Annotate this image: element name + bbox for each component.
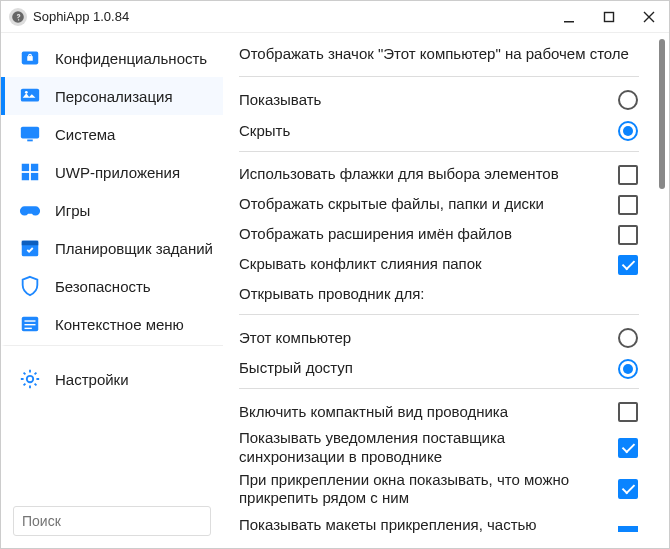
checkbox[interactable]	[617, 401, 639, 423]
checkbox[interactable]	[617, 194, 639, 216]
svg-point-19	[27, 376, 33, 382]
svg-rect-12	[31, 173, 38, 180]
sidebar-item-games[interactable]: Игры	[1, 191, 223, 229]
option-row[interactable]: При прикреплении окна показывать, что мо…	[239, 469, 639, 511]
sidebar-item-label: Игры	[55, 202, 90, 219]
checkbox[interactable]	[617, 164, 639, 186]
sidebar-item-label: Настройки	[55, 371, 129, 388]
option-row[interactable]: Отображать расширения имён файлов	[239, 220, 639, 250]
checkbox[interactable]	[617, 437, 639, 459]
minimize-button[interactable]	[549, 1, 589, 33]
option-row[interactable]: Использовать флажки для выбора элементов	[239, 160, 639, 190]
option-row[interactable]: Быстрый доступ	[239, 353, 639, 384]
option-row[interactable]: Показывать	[239, 85, 639, 116]
search-input[interactable]	[13, 506, 211, 536]
svg-rect-0	[564, 21, 574, 23]
system-icon	[19, 123, 41, 145]
sidebar-item-label: Персонализация	[55, 88, 173, 105]
games-icon	[19, 199, 41, 221]
close-button[interactable]	[629, 1, 669, 33]
separator	[239, 388, 639, 389]
svg-rect-16	[25, 320, 36, 321]
option-label: Скрыть	[239, 118, 617, 145]
svg-rect-1	[605, 12, 614, 21]
radio-button[interactable]	[617, 120, 639, 142]
personalize-icon	[19, 85, 41, 107]
sidebar-item-label: Контекстное меню	[55, 316, 184, 333]
sidebar-item-label: Система	[55, 126, 115, 143]
radio-button[interactable]	[617, 327, 639, 349]
svg-rect-18	[25, 328, 32, 329]
option-label: Быстрый доступ	[239, 355, 617, 382]
checkbox[interactable]	[617, 254, 639, 276]
scheduler-icon	[19, 237, 41, 259]
option-row[interactable]: Этот компьютер	[239, 323, 639, 354]
radio-button[interactable]	[617, 358, 639, 380]
settings-icon	[19, 368, 41, 390]
window-controls	[549, 1, 669, 33]
option-label: Отображать скрытые файлы, папки и диски	[239, 195, 617, 214]
option-row[interactable]: Скрывать конфликт слияния папок	[239, 250, 639, 280]
option-label: Этот компьютер	[239, 325, 617, 352]
option-label: Показывать макеты прикрепления, частью	[239, 516, 617, 535]
separator	[239, 151, 639, 152]
option-row[interactable]: Включить компактный вид проводника	[239, 397, 639, 427]
svg-rect-7	[21, 127, 39, 139]
checkbox[interactable]	[617, 514, 639, 536]
uwp-icon	[19, 161, 41, 183]
privacy-icon	[19, 47, 41, 69]
option-label: Включить компактный вид проводника	[239, 403, 617, 422]
svg-rect-17	[25, 324, 36, 325]
sidebar-item-label: Планировщик заданий	[55, 240, 213, 257]
sidebar-item-context[interactable]: Контекстное меню	[1, 305, 223, 346]
checkbox[interactable]	[617, 478, 639, 500]
option-row[interactable]: Показывать уведомления поставщика синхро…	[239, 427, 639, 469]
option-label: Отображать расширения имён файлов	[239, 225, 617, 244]
radio-button[interactable]	[617, 89, 639, 111]
scrollbar[interactable]	[659, 39, 665, 189]
sidebar-item-uwp[interactable]: UWP-приложения	[1, 153, 223, 191]
sidebar-item-scheduler[interactable]: Планировщик заданий	[1, 229, 223, 267]
separator	[239, 314, 639, 315]
checkbox[interactable]	[617, 224, 639, 246]
maximize-button[interactable]	[589, 1, 629, 33]
sidebar-item-label: Безопасность	[55, 278, 151, 295]
sidebar-item-security[interactable]: Безопасность	[1, 267, 223, 305]
svg-rect-5	[21, 89, 39, 102]
sidebar: КонфиденциальностьПерсонализацияСистемаU…	[1, 33, 223, 549]
option-label: Использовать флажки для выбора элементов	[239, 165, 617, 184]
sidebar-item-personalize[interactable]: Персонализация	[1, 77, 223, 115]
content: Отображать значок "Этот компьютер" на ра…	[223, 33, 655, 549]
option-label: Показывать	[239, 87, 617, 114]
sidebar-item-label: UWP-приложения	[55, 164, 180, 181]
app-icon	[9, 8, 27, 26]
section-title: Отображать значок "Этот компьютер" на ра…	[239, 39, 639, 72]
security-icon	[19, 275, 41, 297]
app-title: SophiApp 1.0.84	[33, 9, 549, 24]
sidebar-item-privacy[interactable]: Конфиденциальность	[1, 39, 223, 77]
svg-rect-11	[22, 173, 29, 180]
option-row[interactable]: Скрыть	[239, 116, 639, 147]
sidebar-item-settings[interactable]: Настройки	[1, 360, 223, 398]
option-label: Показывать уведомления поставщика синхро…	[239, 429, 617, 467]
svg-point-6	[25, 91, 28, 94]
svg-rect-14	[22, 241, 39, 246]
svg-rect-10	[31, 164, 38, 171]
separator	[239, 76, 639, 77]
option-row[interactable]: Отображать скрытые файлы, папки и диски	[239, 190, 639, 220]
svg-rect-8	[27, 140, 33, 142]
option-label: При прикреплении окна показывать, что мо…	[239, 471, 617, 509]
titlebar: SophiApp 1.0.84	[1, 1, 669, 33]
sidebar-item-label: Конфиденциальность	[55, 50, 207, 67]
section-subtitle: Открывать проводник для:	[239, 280, 639, 310]
option-label: Скрывать конфликт слияния папок	[239, 255, 617, 274]
sidebar-item-system[interactable]: Система	[1, 115, 223, 153]
context-icon	[19, 313, 41, 335]
option-row[interactable]: Показывать макеты прикрепления, частью	[239, 510, 639, 540]
svg-rect-9	[22, 164, 29, 171]
